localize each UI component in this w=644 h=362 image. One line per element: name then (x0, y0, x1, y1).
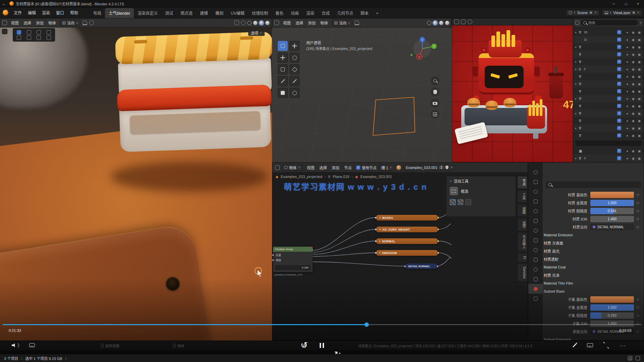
sidebar-tab[interactable]: 节点输入 (517, 232, 528, 252)
workspace-tab[interactable]: 几何节点 (333, 8, 357, 18)
parallax-group-node[interactable]: Parallax Group 失量 缩放 (273, 247, 313, 272)
hide-render-toggle[interactable]: ▣ (637, 82, 642, 86)
expand-icon[interactable]: ▸ (575, 60, 579, 63)
hide-render-toggle[interactable]: ▣ (637, 119, 642, 123)
keyframe-dot[interactable] (637, 306, 639, 309)
node-menu-item[interactable]: 添加 (330, 164, 341, 171)
outliner-row[interactable]: ∇ ✓ ● ◉ ▣ (573, 117, 644, 124)
viewport-menu-item[interactable]: 选择 (293, 19, 305, 26)
hide-render-toggle[interactable]: ▣ (637, 104, 642, 108)
minimize-button[interactable]: ─ (608, 0, 620, 7)
workspace-tab[interactable]: 纹理绘制 (248, 8, 272, 18)
rendered-shading-icon[interactable] (445, 21, 449, 25)
editor-type-icon[interactable] (274, 20, 279, 25)
close-icon[interactable]: × (595, 11, 597, 14)
select-mode-icon[interactable] (17, 30, 21, 35)
slider-field[interactable]: 0.541 (590, 208, 634, 214)
rewind-10-button[interactable]: ↺ 10 (299, 341, 309, 350)
hide-render-toggle[interactable]: ▣ (637, 157, 642, 160)
selectable-toggle[interactable]: ● (625, 112, 630, 115)
outliner-row[interactable]: ∇ ✓ ● ◉ ▣ (573, 132, 644, 139)
forward-30-button[interactable]: ↻ 30 (333, 350, 343, 354)
output-socket[interactable] (437, 217, 439, 219)
node-input-row[interactable]: 缩放 (273, 258, 313, 263)
workspace-tab[interactable]: 雨贞造 (177, 8, 196, 18)
properties-tab[interactable] (528, 167, 543, 177)
keyframe-dot[interactable] (637, 298, 639, 301)
hide-viewport-toggle[interactable]: ◉ (631, 53, 636, 56)
sidebar-tab[interactable]: 视图 (517, 204, 528, 217)
select-mode-icon[interactable] (47, 30, 51, 35)
hide-render-toggle[interactable]: ▣ (637, 89, 642, 93)
workspace-tab[interactable]: 雕刻 (212, 8, 227, 18)
volume-button[interactable] (10, 341, 21, 350)
sidebar-tab[interactable]: 选项 (517, 218, 528, 231)
menu-item[interactable]: 文件 (11, 9, 24, 16)
input-socket[interactable] (272, 259, 274, 261)
keyframe-dot[interactable] (637, 194, 639, 196)
outliner-row[interactable]: ∇ ✓ ● ◉ ▣ (573, 73, 644, 80)
output-socket[interactable] (312, 248, 313, 251)
workspace-tab[interactable]: 脚本 (357, 8, 372, 18)
detail-normal-node[interactable]: DETAIL NORMAL (405, 263, 437, 269)
selectable-toggle[interactable]: ● (625, 67, 630, 71)
seek-handle[interactable] (365, 322, 369, 327)
hide-render-toggle[interactable]: ▣ (637, 75, 642, 78)
keyframe-dot[interactable] (637, 218, 639, 220)
workspace-tab[interactable]: 测试 (161, 8, 177, 18)
checkbox-toggle[interactable]: ✓ (617, 38, 621, 42)
checkbox-toggle[interactable]: ✓ (617, 149, 621, 153)
sidebar-tab[interactable]: 工具 (517, 190, 528, 203)
select-mode-icon[interactable] (27, 36, 31, 40)
checkbox-toggle[interactable]: ✓ (617, 60, 621, 64)
checkbox-toggle[interactable]: ✓ (617, 67, 621, 71)
subtitle-button[interactable] (27, 341, 37, 350)
properties-tab[interactable] (528, 226, 543, 235)
viewport-menu-item[interactable]: 选择 (21, 19, 33, 26)
sidebar-tab[interactable]: FI (517, 253, 528, 262)
orientation-dropdown[interactable]: 法向 ∨ (332, 19, 353, 26)
value-field[interactable]: 1.450 (590, 216, 634, 222)
menu-item[interactable]: 渲染 (39, 9, 53, 16)
selectable-toggle[interactable]: ● (625, 134, 630, 137)
selectable-toggle[interactable]: ● (625, 82, 630, 86)
properties-tab[interactable] (528, 216, 543, 226)
hide-viewport-toggle[interactable]: ◉ (631, 97, 636, 101)
hide-viewport-toggle[interactable]: ◉ (631, 126, 636, 130)
close-icon[interactable]: × (637, 11, 639, 14)
selectable-toggle[interactable]: ● (625, 104, 630, 108)
input-socket[interactable] (375, 240, 377, 242)
selectable-toggle[interactable]: ● (625, 119, 630, 123)
blender-icon[interactable] (3, 10, 8, 15)
viewport-left[interactable] (0, 27, 272, 341)
wireframe-shading-icon[interactable] (427, 21, 431, 25)
hide-render-toggle[interactable]: ▣ (637, 149, 642, 153)
collapsed-node[interactable]: ▾ NORMAL (376, 238, 438, 244)
shader-type-dropdown[interactable]: 物体 ∨ (282, 164, 303, 171)
checkbox-toggle[interactable]: ✓ (617, 97, 621, 101)
sidebar-tab[interactable]: Sanctus (517, 263, 528, 282)
outliner-row[interactable]: ∇ ✓ ● ◉ ▣ (573, 51, 644, 58)
selectable-toggle[interactable]: ● (625, 126, 630, 130)
collapsed-node[interactable]: ▾ MASKS (376, 215, 438, 221)
editor-type-icon[interactable] (275, 165, 280, 170)
overlay-toggle-icon[interactable] (234, 20, 239, 25)
output-socket[interactable] (437, 252, 439, 254)
menu-item[interactable]: 帮助 (67, 9, 81, 16)
select-mode-icon[interactable] (47, 36, 51, 40)
material-shading-icon[interactable] (439, 21, 443, 25)
hide-render-toggle[interactable]: ▣ (637, 45, 642, 49)
expand-icon[interactable]: ▸ (575, 112, 579, 115)
close-button[interactable]: × (632, 0, 644, 7)
collapse-icon[interactable]: ▾ (379, 252, 381, 254)
hide-viewport-toggle[interactable]: ◉ (631, 60, 636, 64)
properties-tab[interactable] (528, 235, 543, 245)
properties-search-input[interactable] (546, 181, 641, 188)
node-menu-item[interactable]: 视图 (305, 164, 317, 171)
input-socket[interactable] (375, 252, 377, 254)
properties-tab[interactable] (528, 294, 543, 303)
slot-dropdown[interactable]: 槽 1 ∨ (379, 164, 394, 171)
maximize-button[interactable]: □ (620, 0, 632, 7)
fake-user-icon[interactable] (445, 166, 448, 169)
viewlayer-selector[interactable]: ∨ ViewLayer ▣ × (602, 10, 642, 16)
